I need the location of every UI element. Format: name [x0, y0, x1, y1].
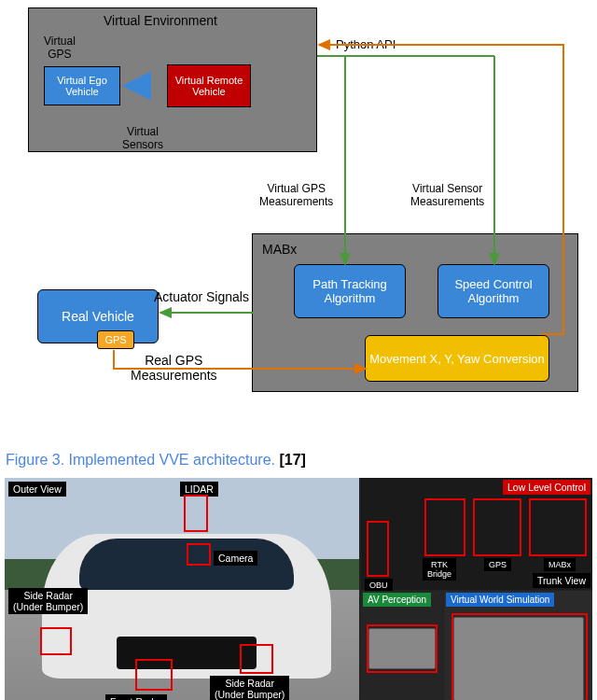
mabx-box: MABx Path Tracking Algorithm Speed Contr…	[252, 233, 578, 392]
speed-control-box: Speed Control Algorithm	[437, 264, 549, 318]
caption-text: Figure 3. Implemented VVE architecture.	[6, 452, 275, 468]
obu-redbox	[367, 521, 389, 577]
mabx-tag: MABx	[544, 558, 576, 571]
real-gps-meas-label: Real GPS Measurements	[131, 353, 217, 383]
obu-tag: OBU	[365, 579, 393, 592]
mabx-title: MABx	[262, 242, 297, 257]
av-perception-redbox	[367, 624, 437, 673]
architecture-diagram: Virtual Environment Virtual GPS Virtual …	[0, 0, 597, 439]
python-api-label: Python API	[336, 37, 396, 51]
virtual-remote-box: Virtual Remote Vehicle	[167, 64, 251, 107]
ve-title: Virtual Environment	[104, 13, 217, 28]
front-radar-redbox	[135, 659, 173, 691]
outer-view-tag: Outer View	[8, 482, 66, 497]
virtual-gps-meas-label: Virtual GPS Measurements	[259, 182, 333, 208]
figure-caption: Figure 3. Implemented VVE architecture. …	[0, 439, 597, 474]
outer-view-photo: Outer View LIDAR Camera Side Radar (Unde…	[5, 478, 359, 700]
side-radar-top-tag: Side Radar (Under Bumper)	[8, 588, 88, 614]
vws-tag: Virtual World Simulation	[446, 593, 554, 607]
path-tracking-box: Path Tracking Algorithm	[294, 264, 406, 318]
gps-redbox	[473, 498, 521, 556]
av-perception-tag: AV Perception	[363, 593, 431, 607]
side-radar-top-redbox	[40, 627, 72, 655]
virtual-sensors-label: Virtual Sensors	[122, 125, 163, 151]
rtk-tag: RTK Bridge	[423, 558, 456, 581]
camera-tag: Camera	[214, 551, 257, 566]
virtual-sensor-icon	[122, 72, 150, 100]
photo-composite: Outer View LIDAR Camera Side Radar (Unde…	[5, 478, 592, 700]
lidar-redbox	[184, 495, 208, 532]
low-level-control-tag: Low Level Control	[503, 480, 590, 495]
side-radar-bot-redbox	[240, 644, 273, 674]
trunk-view-tag: Trunk View	[533, 573, 590, 588]
trunk-view-photo: Low Level Control RTK Bridge GPS MABx OB…	[361, 478, 592, 700]
caption-ref: [17]	[279, 452, 305, 468]
virtual-ego-box: Virtual Ego Vehicle	[44, 66, 120, 105]
gps-tag: GPS	[484, 558, 511, 571]
side-radar-bot-tag: Side Radar (Under Bumper)	[210, 676, 289, 700]
movement-conversion-box: Movement X, Y, Yaw Conversion	[365, 335, 549, 382]
mabx-redbox	[529, 498, 587, 556]
rtk-redbox	[424, 498, 465, 556]
camera-redbox	[187, 543, 211, 566]
vws-redbox	[451, 613, 588, 700]
virtual-sensor-meas-label: Virtual Sensor Measurements	[410, 182, 484, 208]
actuator-signals-label: Actuator Signals	[154, 289, 249, 304]
virtual-gps-label: Virtual GPS	[44, 35, 76, 61]
gps-box: GPS	[97, 330, 134, 349]
front-radar-tag: Front Radar	[105, 694, 167, 700]
virtual-environment-box: Virtual Environment Virtual GPS Virtual …	[28, 7, 317, 152]
